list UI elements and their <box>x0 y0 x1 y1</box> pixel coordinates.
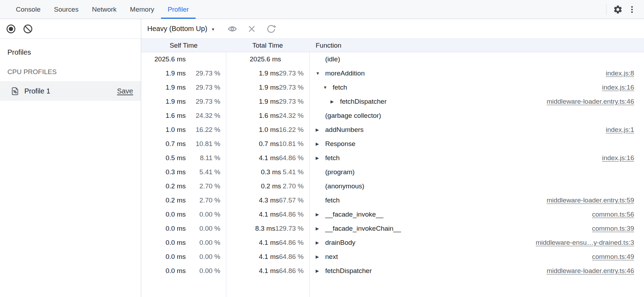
table-row[interactable]: 0.2 ms2.70 %4.3 ms67.57 %fetchmiddleware… <box>141 193 644 207</box>
expander-expanded-icon[interactable]: ▼ <box>323 85 333 90</box>
function-cell: ▶__facade_invoke__common.ts:56 <box>309 207 644 222</box>
total-time-percent: 29.73 % <box>279 98 309 105</box>
expander-expanded-icon[interactable]: ▼ <box>316 71 325 76</box>
source-link[interactable]: middleware-loader.entry.ts:46 <box>547 267 634 275</box>
expander-collapsed-icon[interactable]: ▶ <box>316 141 325 146</box>
chevron-down-icon: ▼ <box>211 27 215 31</box>
table-row[interactable]: 0.5 ms8.11 %4.1 ms64.86 %▶fetchindex.js:… <box>141 151 644 165</box>
source-link[interactable]: common.ts:49 <box>592 253 634 261</box>
function-cell: ▶fetchDispatchermiddleware-loader.entry.… <box>309 264 644 278</box>
sidebar-body: Profiles CPU PROFILES Profile 1 Save <box>0 39 141 297</box>
expander-collapsed-icon[interactable]: ▶ <box>316 268 325 273</box>
function-name: next <box>325 253 338 261</box>
settings-button[interactable] <box>611 2 625 17</box>
table-row[interactable]: 1.0 ms16.22 %1.0 ms16.22 %▶addNumbersind… <box>141 123 644 137</box>
table-row[interactable]: 1.9 ms29.73 %1.9 ms29.73 %▶fetchDispatch… <box>141 95 644 109</box>
self-time-cell: 0.0 ms0.00 % <box>141 207 226 222</box>
total-time-cell: 1.9 ms29.73 % <box>226 80 309 95</box>
table-row[interactable]: 0.0 ms0.00 %4.1 ms64.86 %▶nextcommon.ts:… <box>141 250 644 264</box>
function-name: fetch <box>325 196 340 204</box>
self-time-ms: 0.0 ms <box>144 253 186 261</box>
self-time-ms: 0.2 ms <box>144 196 186 204</box>
view-mode-dropdown[interactable]: Heavy (Bottom Up) ▼ <box>147 25 215 33</box>
self-time-ms: 0.5 ms <box>144 154 186 162</box>
table-row[interactable]: 0.7 ms10.81 %0.7 ms10.81 %▶Response <box>141 137 644 151</box>
source-link[interactable]: common.ts:56 <box>592 211 634 218</box>
self-time-ms: 1.6 ms <box>144 112 186 120</box>
profile-data-grid: Self Time Total Time Function 2025.6 ms2… <box>141 39 644 297</box>
table-row[interactable]: 0.0 ms0.00 %4.1 ms64.86 %▶drainBodymiddl… <box>141 236 644 250</box>
expander-collapsed-icon[interactable]: ▶ <box>316 254 325 259</box>
column-header-function[interactable]: Function <box>309 39 644 52</box>
source-link[interactable]: common.ts:39 <box>592 225 634 232</box>
expander-collapsed-icon[interactable]: ▶ <box>316 212 325 217</box>
tab-network[interactable]: Network <box>85 0 123 19</box>
focus-selected-button[interactable] <box>227 24 238 34</box>
source-link[interactable]: middleware-loader.entry.ts:46 <box>547 98 634 105</box>
sidebar-toolbar <box>0 19 141 39</box>
tab-memory[interactable]: Memory <box>123 0 161 19</box>
self-time-percent: 2.70 % <box>186 196 226 204</box>
table-row[interactable]: 0.0 ms0.00 %8.3 ms129.73 %▶__facade_invo… <box>141 222 644 236</box>
source-link[interactable]: index.js:1 <box>606 126 634 134</box>
total-time-cell: 1.9 ms29.73 % <box>226 66 309 80</box>
profile-document-icon <box>11 87 19 96</box>
profiler-main-panel: Heavy (Bottom Up) ▼ <box>141 19 644 297</box>
self-time-percent: 29.73 % <box>186 69 226 77</box>
self-time-ms: 0.7 ms <box>144 140 186 148</box>
column-header-total-time[interactable]: Total Time <box>226 39 309 52</box>
profiles-sidebar: Profiles CPU PROFILES Profile 1 Save <box>0 19 141 297</box>
record-profile-button[interactable] <box>6 24 16 34</box>
profiles-heading: Profiles <box>0 39 141 56</box>
total-time-ms: 0.2 ms <box>227 182 281 190</box>
tab-console[interactable]: Console <box>9 0 47 19</box>
table-row[interactable]: 0.0 ms0.00 %4.1 ms64.86 %▶__facade_invok… <box>141 207 644 222</box>
self-time-cell: 0.0 ms0.00 % <box>141 236 226 250</box>
total-time-cell: 4.1 ms64.86 % <box>226 207 309 222</box>
table-row[interactable]: 0.0 ms0.00 %4.1 ms64.86 %▶fetchDispatche… <box>141 264 644 278</box>
self-time-ms: 0.3 ms <box>144 168 186 176</box>
expander-collapsed-icon[interactable]: ▶ <box>316 240 325 245</box>
self-time-percent: 16.22 % <box>186 126 226 134</box>
function-cell: ▶fetchDispatchermiddleware-loader.entry.… <box>309 95 644 109</box>
devtools-window: ConsoleSourcesNetworkMemoryProfiler <box>0 0 644 297</box>
self-time-ms: 0.0 ms <box>144 225 186 232</box>
self-time-ms: 1.9 ms <box>144 84 186 91</box>
total-time-percent: 67.57 % <box>279 196 309 204</box>
table-row[interactable]: 0.2 ms2.70 %0.2 ms2.70 %(anonymous) <box>141 179 644 193</box>
clear-profiles-button[interactable] <box>23 24 33 34</box>
more-options-button[interactable] <box>625 2 639 17</box>
self-time-percent: 5.41 % <box>186 168 226 176</box>
source-link[interactable]: index.js:16 <box>602 154 634 162</box>
function-name: fetchDispatcher <box>325 267 372 275</box>
column-header-self-time[interactable]: Self Time <box>141 39 226 52</box>
function-name: moreAddition <box>325 69 365 77</box>
expander-collapsed-icon[interactable]: ▶ <box>316 127 325 132</box>
table-row[interactable]: 1.6 ms24.32 %1.6 ms24.32 %(garbage colle… <box>141 109 644 123</box>
function-cell: ▶fetchindex.js:16 <box>309 151 644 165</box>
save-profile-link[interactable]: Save <box>117 87 133 95</box>
function-name: __facade_invoke__ <box>325 211 383 218</box>
close-icon <box>247 24 256 34</box>
sidebar-item-profile-1[interactable]: Profile 1 Save <box>0 81 141 101</box>
exclude-selected-button[interactable] <box>247 24 257 34</box>
restore-all-button[interactable] <box>266 24 276 34</box>
record-icon <box>6 24 16 34</box>
source-link[interactable]: index.js:16 <box>602 84 634 91</box>
profile-name: Profile 1 <box>24 87 50 95</box>
expander-collapsed-icon[interactable]: ▶ <box>316 156 325 160</box>
function-cell: (anonymous) <box>309 179 644 193</box>
tab-profiler[interactable]: Profiler <box>161 0 196 19</box>
expander-collapsed-icon[interactable]: ▶ <box>316 226 325 231</box>
tab-sources[interactable]: Sources <box>47 0 85 19</box>
source-link[interactable]: index.js:8 <box>606 69 634 77</box>
table-row[interactable]: 1.9 ms29.73 %1.9 ms29.73 %▼fetchindex.js… <box>141 80 644 95</box>
function-name: __facade_invokeChain__ <box>325 225 401 232</box>
table-row[interactable]: 1.9 ms29.73 %1.9 ms29.73 %▼moreAdditioni… <box>141 66 644 80</box>
table-row[interactable]: 0.3 ms5.41 %0.3 ms5.41 %(program) <box>141 165 644 179</box>
source-link[interactable]: middleware-loader.entry.ts:59 <box>547 196 634 204</box>
source-link[interactable]: middleware-ensu…y-drained.ts:3 <box>536 239 634 247</box>
function-cell: ▶addNumbersindex.js:1 <box>309 123 644 137</box>
table-row[interactable]: 2025.6 ms2025.6 ms(idle) <box>141 52 644 66</box>
expander-collapsed-icon[interactable]: ▶ <box>330 99 340 104</box>
